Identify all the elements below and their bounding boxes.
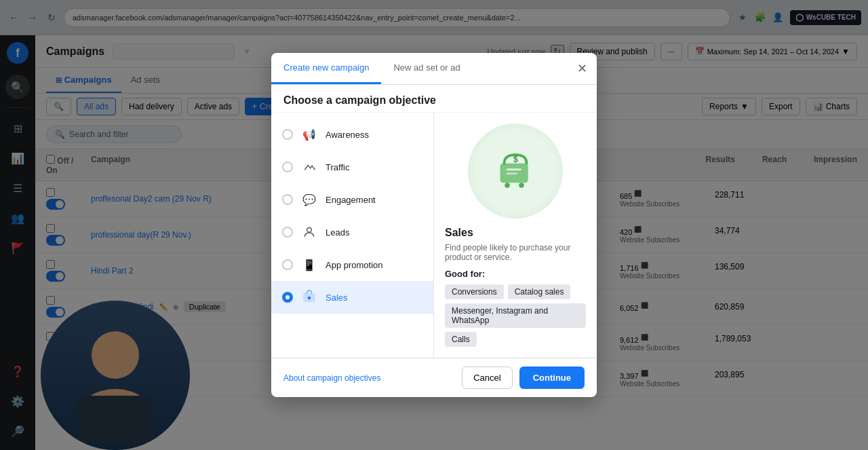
modal-overlay[interactable]: Create new campaign New ad set or ad ✕ C… (0, 0, 868, 450)
badge-list: Conversions Catalog sales Messenger, Ins… (445, 284, 586, 347)
modal-header: Create new campaign New ad set or ad ✕ (271, 53, 597, 85)
traffic-label: Traffic (326, 162, 349, 172)
sales-icon (300, 288, 319, 307)
modal-close-button[interactable]: ✕ (577, 61, 587, 76)
objectives-list: 📢 Awareness Traffic 💬 (271, 113, 434, 358)
sales-illustration: $ (468, 124, 563, 219)
badge-calls: Calls (445, 332, 477, 347)
about-campaign-link[interactable]: About campaign objectives (283, 373, 380, 383)
traffic-icon (300, 157, 319, 176)
good-for-label: Good for: (445, 269, 485, 279)
modal-tab-create[interactable]: Create new campaign (271, 53, 381, 84)
badge-catalog-sales: Catalog sales (508, 284, 571, 299)
cancel-button[interactable]: Cancel (462, 367, 512, 389)
app-promotion-icon: 📱 (300, 255, 319, 274)
footer-buttons: Cancel Continue (462, 367, 585, 389)
continue-button[interactable]: Continue (519, 367, 585, 389)
radio-awareness[interactable] (282, 129, 293, 140)
radio-app-promotion[interactable] (282, 259, 293, 270)
engagement-label: Engagement (326, 195, 376, 205)
objective-sales[interactable]: Sales (271, 281, 433, 314)
awareness-icon: 📢 (300, 125, 319, 144)
objective-engagement[interactable]: 💬 Engagement (271, 183, 433, 216)
campaign-objective-modal: Create new campaign New ad set or ad ✕ C… (271, 53, 597, 397)
svg-text:$: $ (513, 155, 518, 164)
leads-label: Leads (326, 227, 349, 238)
modal-objective-title: Choose a campaign objective (271, 85, 597, 113)
radio-sales[interactable] (282, 292, 293, 303)
radio-leads[interactable] (282, 227, 293, 238)
svg-rect-8 (507, 168, 522, 170)
radio-engagement[interactable] (282, 194, 293, 205)
objective-app-promotion[interactable]: 📱 App promotion (271, 248, 433, 281)
modal-tab-new-set[interactable]: New ad set or ad (381, 53, 472, 84)
badge-conversions: Conversions (445, 284, 504, 299)
objective-awareness[interactable]: 📢 Awareness (271, 118, 433, 151)
sales-detail-panel: $ Sales Find people likely to purchase y… (434, 113, 597, 358)
svg-rect-9 (507, 172, 518, 174)
leads-icon (300, 223, 319, 242)
modal-footer: About campaign objectives Cancel Continu… (271, 358, 597, 397)
objective-traffic[interactable]: Traffic (271, 151, 433, 183)
svg-point-11 (519, 183, 524, 188)
svg-point-5 (308, 297, 311, 299)
sales-label: Sales (326, 293, 348, 303)
sales-detail-desc: Find people likely to purchase your prod… (445, 243, 586, 262)
radio-traffic[interactable] (282, 162, 293, 172)
badge-messenger: Messenger, Instagram and WhatsApp (445, 303, 586, 328)
engagement-icon: 💬 (300, 190, 319, 209)
svg-point-3 (307, 227, 312, 232)
awareness-label: Awareness (326, 130, 369, 140)
svg-point-10 (505, 183, 510, 188)
app-promotion-label: App promotion (326, 260, 383, 270)
modal-body: 📢 Awareness Traffic 💬 (271, 113, 597, 358)
objective-leads[interactable]: Leads (271, 216, 433, 248)
sales-detail-title: Sales (445, 227, 473, 239)
